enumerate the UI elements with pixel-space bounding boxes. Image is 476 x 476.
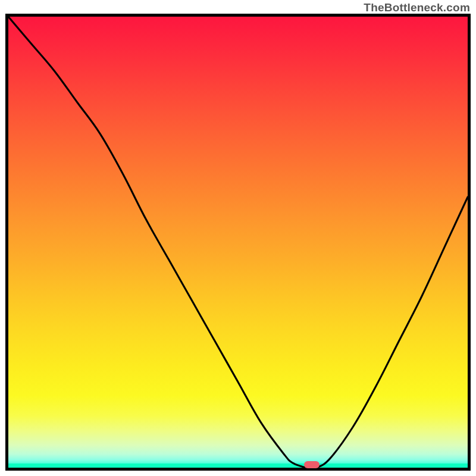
green-bottom-strip: [8, 464, 468, 468]
chart-frame: [5, 14, 471, 471]
attribution-text: TheBottleneck.com: [364, 1, 470, 14]
plot-area: [8, 17, 468, 468]
background-gradient: [8, 17, 468, 468]
